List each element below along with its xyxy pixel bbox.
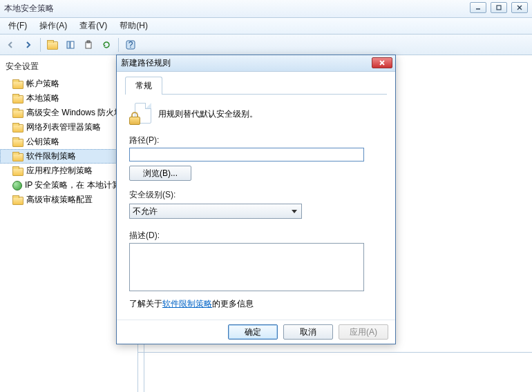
tabstrip: 常规 (125, 76, 387, 95)
svg-text:?: ? (129, 40, 133, 50)
dialog-title: 新建路径规则 (121, 57, 171, 69)
learn-prefix: 了解关于 (129, 299, 162, 308)
rule-description-row: 用规则替代默认安全级别。 (129, 103, 383, 125)
learn-more-link[interactable]: 软件限制策略 (162, 299, 212, 308)
menu-file[interactable]: 件(F) (3, 19, 32, 33)
security-level-value: 不允许 (133, 206, 158, 217)
content-divider (138, 352, 532, 353)
security-level-select[interactable]: 不允许 (129, 204, 302, 219)
apply-button[interactable]: 应用(A) (339, 324, 388, 340)
svg-rect-1 (497, 6, 501, 10)
main-window: 本地安全策略 件(F) 操作(A) 查看(V) 帮助(H) ? 安全设置 帐户策… (0, 0, 532, 392)
description-label: 描述(D): (129, 230, 383, 242)
tree-item-label: 应用程序控制策略 (26, 165, 93, 177)
learn-more-row: 了解关于软件限制策略的更多信息 (129, 298, 383, 310)
description-textarea[interactable] (129, 243, 364, 291)
menubar: 件(F) 操作(A) 查看(V) 帮助(H) (0, 18, 532, 35)
ok-button[interactable]: 确定 (228, 324, 278, 340)
lock-document-icon (129, 103, 151, 125)
dialog-body: 常规 用规则替代默认安全级别。 路径(P): 浏览(B)... 安全级别(S):… (117, 72, 395, 320)
tree-item-label: 高级安全 Windows 防火墙 (26, 107, 122, 119)
svg-rect-7 (87, 41, 90, 43)
folder-icon (12, 137, 23, 147)
globe-icon (12, 181, 22, 190)
folder-icon (12, 79, 23, 89)
show-hide-tree-button[interactable] (63, 37, 78, 52)
path-label: 路径(P): (129, 135, 383, 146)
tree-item-label: 高级审核策略配置 (26, 194, 93, 206)
dialog-titlebar[interactable]: 新建路径规则 (117, 55, 395, 72)
folder-icon (12, 123, 23, 133)
toolbar: ? (0, 35, 532, 55)
clipboard-button[interactable] (81, 37, 96, 52)
dialog-buttons: 确定 取消 应用(A) (117, 320, 395, 344)
cancel-button[interactable]: 取消 (283, 324, 333, 340)
new-path-rule-dialog: 新建路径规则 常规 用规则替代默认安全级别。 路径(P): 浏览(B)... 安 (116, 55, 396, 344)
learn-suffix: 的更多信息 (212, 299, 254, 308)
path-input[interactable] (129, 148, 364, 161)
tab-content: 用规则替代默认安全级别。 路径(P): 浏览(B)... 安全级别(S): 不允… (125, 95, 387, 314)
folder-icon (12, 166, 23, 176)
tree-item-label: 公钥策略 (26, 136, 59, 148)
tab-general[interactable]: 常规 (125, 77, 162, 95)
svg-rect-4 (67, 41, 70, 48)
maximize-button[interactable] (491, 2, 507, 13)
close-window-button[interactable] (511, 2, 528, 13)
folder-icon (12, 94, 23, 104)
tree-item-label: 网络列表管理器策略 (26, 121, 101, 133)
tree-item-label: 本地策略 (26, 92, 59, 104)
tree-item-label: 软件限制策略 (26, 150, 76, 162)
folder-icon (12, 152, 23, 161)
back-button[interactable] (3, 37, 18, 52)
forward-button[interactable] (21, 37, 36, 52)
browse-button[interactable]: 浏览(B)... (129, 166, 191, 181)
menu-view[interactable]: 查看(V) (74, 19, 113, 33)
tree-item-label: 帐户策略 (26, 78, 59, 90)
window-controls (470, 2, 528, 13)
help-button[interactable]: ? (123, 37, 138, 52)
menu-action[interactable]: 操作(A) (34, 19, 73, 33)
refresh-button[interactable] (99, 37, 114, 52)
titlebar: 本地安全策略 (0, 0, 532, 18)
toolbar-separator (118, 38, 119, 52)
toolbar-separator (40, 38, 41, 52)
tree-item-label: IP 安全策略，在 本地计算 (25, 179, 120, 191)
folder-up-icon (47, 40, 58, 50)
minimize-button[interactable] (470, 2, 486, 13)
window-title: 本地安全策略 (4, 3, 54, 14)
security-level-label: 安全级别(S): (129, 189, 383, 201)
svg-rect-5 (70, 41, 74, 48)
folder-icon (12, 108, 23, 118)
rule-description: 用规则替代默认安全级别。 (158, 108, 258, 120)
folder-icon (12, 195, 23, 205)
dialog-close-button[interactable] (372, 57, 392, 68)
menu-help[interactable]: 帮助(H) (114, 19, 153, 33)
up-button[interactable] (45, 37, 60, 52)
